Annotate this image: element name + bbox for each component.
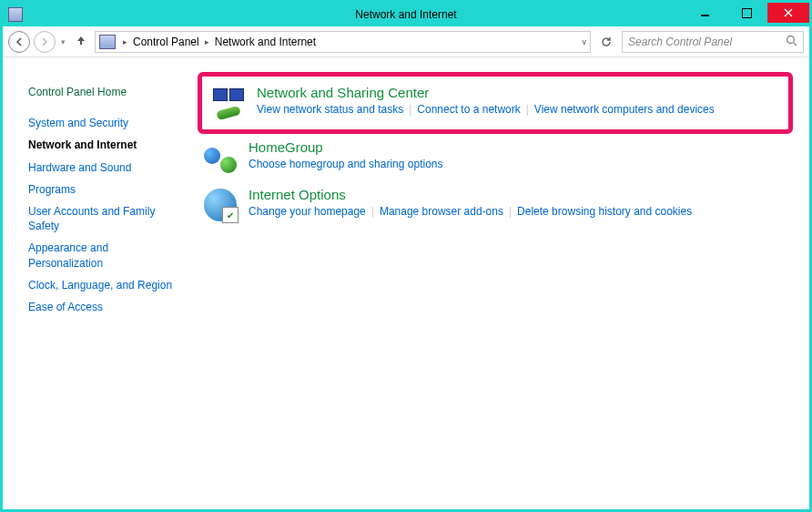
chevron-right-icon[interactable]: ▸	[201, 37, 213, 46]
sidebar: Control Panel Home System and Security N…	[3, 57, 190, 509]
homegroup-icon[interactable]	[201, 139, 239, 176]
network-sharing-link[interactable]: Network and Sharing Center	[257, 85, 429, 100]
maximize-button[interactable]	[726, 3, 767, 23]
app-icon	[8, 7, 23, 22]
control-panel-icon	[99, 35, 116, 49]
category-internet-options: Internet Options Change your homepage|Ma…	[198, 181, 793, 229]
chevron-right-icon[interactable]: ▸	[119, 37, 131, 46]
category-links: Choose homegroup and sharing options	[249, 158, 442, 170]
window-title: Network and Internet	[355, 8, 456, 21]
category-network-sharing: Network and Sharing Center View network …	[206, 79, 779, 127]
svg-point-0	[787, 36, 795, 43]
manage-addons-link[interactable]: Manage browser add-ons	[380, 205, 503, 218]
sidebar-item-system-security[interactable]: System and Security	[28, 112, 181, 134]
refresh-button[interactable]	[594, 31, 618, 53]
sidebar-item-programs[interactable]: Programs	[28, 179, 181, 200]
window-controls	[684, 3, 809, 23]
view-network-status-link[interactable]: View network status and tasks	[257, 103, 403, 116]
highlight-box: Network and Sharing Center View network …	[198, 72, 793, 134]
category-body: Network and Sharing Center View network …	[257, 85, 715, 121]
delete-history-link[interactable]: Delete browsing history and cookies	[517, 205, 692, 218]
up-button[interactable]	[71, 34, 91, 50]
choose-homegroup-link[interactable]: Choose homegroup and sharing options	[249, 158, 442, 170]
sidebar-item-ease-of-access[interactable]: Ease of Access	[28, 296, 181, 318]
search-icon[interactable]	[786, 35, 797, 49]
network-sharing-icon[interactable]	[209, 85, 248, 121]
content-body: Control Panel Home System and Security N…	[3, 57, 809, 509]
breadcrumb-label: Control Panel	[133, 36, 199, 48]
view-network-computers-link[interactable]: View network computers and devices	[534, 103, 715, 116]
arrow-right-icon	[39, 36, 50, 47]
divider: |	[403, 103, 417, 116]
internet-options-icon[interactable]	[201, 187, 239, 223]
breadcrumb-label: Network and Internet	[215, 36, 316, 48]
arrow-up-icon	[75, 34, 87, 46]
close-icon	[784, 8, 793, 17]
sidebar-item-appearance[interactable]: Appearance and Personalization	[28, 237, 181, 273]
main-panel: Network and Sharing Center View network …	[190, 57, 809, 509]
nav-toolbar: ▾ ▸ Control Panel ▸ Network and Internet…	[3, 26, 809, 57]
homegroup-link[interactable]: HomeGroup	[249, 139, 323, 155]
minimize-button[interactable]	[684, 3, 726, 23]
sidebar-item-user-accounts[interactable]: User Accounts and Family Safety	[28, 200, 181, 237]
category-body: Internet Options Change your homepage|Ma…	[249, 187, 692, 223]
sidebar-item-hardware-sound[interactable]: Hardware and Sound	[28, 157, 181, 179]
search-box[interactable]	[622, 31, 804, 53]
internet-options-link[interactable]: Internet Options	[249, 187, 346, 202]
divider: |	[521, 103, 534, 116]
window: Network and Internet ▾ ▸ Control Panel ▸…	[0, 0, 812, 512]
sidebar-item-clock-language[interactable]: Clock, Language, and Region	[28, 274, 181, 296]
close-button[interactable]	[767, 3, 809, 23]
connect-network-link[interactable]: Connect to a network	[417, 103, 520, 116]
search-input[interactable]	[628, 36, 797, 48]
recent-locations-dropdown[interactable]: ▾	[59, 37, 67, 46]
breadcrumb-dropdown[interactable]: v	[583, 37, 587, 46]
divider: |	[366, 205, 380, 218]
titlebar: Network and Internet	[3, 3, 809, 26]
refresh-icon	[600, 36, 613, 48]
breadcrumb[interactable]: ▸ Control Panel ▸ Network and Internet v	[95, 31, 591, 53]
change-homepage-link[interactable]: Change your homepage	[249, 205, 366, 218]
breadcrumb-seg-network[interactable]: Network and Internet	[213, 36, 318, 48]
category-body: HomeGroup Choose homegroup and sharing o…	[249, 139, 442, 176]
breadcrumb-seg-control-panel[interactable]: Control Panel	[131, 36, 201, 48]
divider: |	[503, 205, 517, 218]
forward-button[interactable]	[34, 31, 56, 53]
control-panel-home-link[interactable]: Control Panel Home	[28, 81, 181, 103]
category-links: Change your homepage|Manage browser add-…	[249, 205, 692, 218]
category-links: View network status and tasks|Connect to…	[257, 103, 715, 116]
sidebar-item-network-internet[interactable]: Network and Internet	[28, 134, 181, 156]
arrow-left-icon	[14, 36, 25, 47]
category-homegroup: HomeGroup Choose homegroup and sharing o…	[198, 134, 793, 181]
back-button[interactable]	[8, 31, 30, 53]
